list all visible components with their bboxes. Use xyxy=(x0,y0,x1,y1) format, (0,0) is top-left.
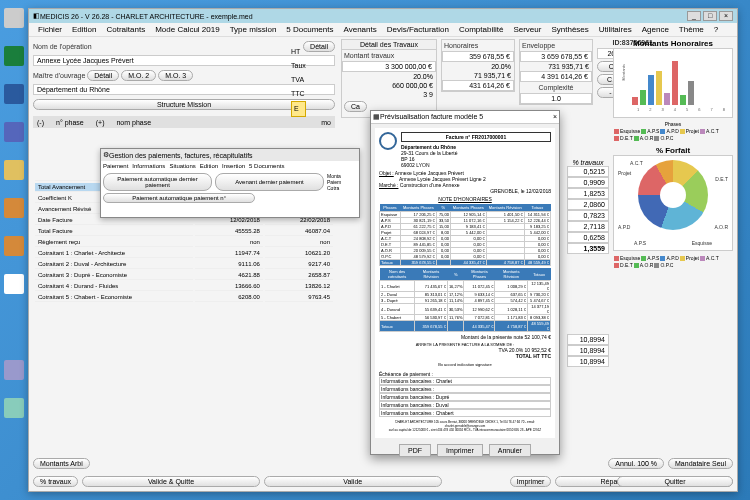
inv-imprimer-button[interactable]: Imprimer xyxy=(437,444,483,457)
maximize-button[interactable]: □ xyxy=(703,11,717,21)
structure-mission-button[interactable]: Structure Mission xyxy=(33,99,335,110)
menubar: Fichier Edition Cotraitants Mode Calcul … xyxy=(29,23,737,37)
menu-agence[interactable]: Agence xyxy=(637,23,674,36)
e-badge: E xyxy=(291,101,306,117)
payments-dialog: ⚙ Gestion des paiements, factures, récap… xyxy=(100,148,360,218)
charts-panel: Montants Honoraires Montants 12345678 Ph… xyxy=(613,39,733,269)
chart2-legend: Esquisse A.P.S A.P.D Projet A.C.T D.E.T … xyxy=(613,254,733,269)
phase-mo-label: mo xyxy=(321,119,331,126)
phase-plus[interactable]: (+) xyxy=(96,119,105,126)
menu-type-mission[interactable]: Type mission xyxy=(225,23,282,36)
honor-v3: 71 935,71 € xyxy=(442,71,514,80)
honor-header: Honoraires xyxy=(442,40,514,51)
avenant-dernier-button[interactable]: Avenant dernier paiement xyxy=(215,173,324,191)
desktop-icon[interactable] xyxy=(2,398,26,420)
env-v3: 4 391 614,26 € xyxy=(520,71,592,82)
menu-syntheses[interactable]: Synthèses xyxy=(546,23,593,36)
menu-fichier[interactable]: Fichier xyxy=(33,23,67,36)
close-button[interactable]: × xyxy=(719,11,733,21)
menu-mode-calcul[interactable]: Mode Calcul 2019 xyxy=(150,23,224,36)
menu-theme[interactable]: Thème xyxy=(674,23,709,36)
menu-compta[interactable]: Comptabilité xyxy=(454,23,508,36)
chart1-legend: Esquisse A.P.S A.P.D Projet A.C.T D.E.T … xyxy=(613,127,733,142)
menu-devis[interactable]: Devis/Facturation xyxy=(382,23,454,36)
quitter-button[interactable]: Quitter xyxy=(617,476,733,487)
desktop-icon[interactable] xyxy=(2,236,26,258)
payments-dialog-menu: Paiement Informations Situations Edition… xyxy=(101,161,359,171)
env-header: Enveloppe xyxy=(520,40,592,51)
company-logo-icon xyxy=(379,132,397,150)
dlg-menu-edition[interactable]: Edition xyxy=(200,163,218,169)
travaux-row3: 3 9 xyxy=(342,90,436,99)
complexite-value[interactable]: 1.0 xyxy=(520,93,592,104)
tva-label: TVA xyxy=(291,73,306,87)
row-label: Cotraitant 4 : Durand - Fluides xyxy=(35,282,193,291)
phase-num-label: n° phase xyxy=(56,119,84,126)
ht-label: HT xyxy=(291,45,306,59)
menu-edition[interactable]: Edition xyxy=(67,23,101,36)
taux-label: Taux xyxy=(291,59,306,73)
ttc-label: TTC xyxy=(291,87,306,101)
maitre-ouvrage-value[interactable]: Département du Rhône xyxy=(33,84,335,95)
y-axis: Montants xyxy=(616,51,630,105)
minimize-button[interactable]: _ xyxy=(687,11,701,21)
menu-avenants[interactable]: Avenants xyxy=(338,23,381,36)
invoice-phases-table: PhasesMontants Phases%Montants PhasesMon… xyxy=(379,204,551,266)
mo2-button[interactable]: M.O. 2 xyxy=(121,70,156,81)
valide-button[interactable]: Valide xyxy=(264,476,442,487)
phase-minus[interactable]: (-) xyxy=(37,119,44,126)
invoice-body: Facture n° FR2017000001 Département du R… xyxy=(375,128,555,438)
row-label: Cotraitant 2 : Duval - Architecture xyxy=(35,260,193,269)
desktop-icon[interactable] xyxy=(2,198,26,220)
annul-button[interactable]: Annul. 100 % xyxy=(608,458,664,469)
chart2-title: % Forfait xyxy=(613,146,733,155)
env-v1: 3 659 678,55 € xyxy=(520,51,592,62)
honor-v4: 431 614,26 € xyxy=(442,80,514,91)
dlg-menu-paiement[interactable]: Paiement xyxy=(103,163,128,169)
auto-paiement-n-button[interactable]: Paiement automatique paiement n° xyxy=(103,193,255,203)
montants-arbi-button[interactable]: Montants Arbi xyxy=(33,458,90,469)
inv-close-button[interactable]: × xyxy=(553,113,557,121)
desktop-icon[interactable] xyxy=(2,46,26,68)
cancel-button[interactable]: Ca xyxy=(344,101,367,112)
menu-utilitaires[interactable]: Utilitaires xyxy=(594,23,637,36)
nom-operation-value[interactable]: Annexe Lycée Jacques Prévert xyxy=(33,55,335,66)
dlg-menu-insertion[interactable]: Insertion xyxy=(222,163,245,169)
dlg-menu-info[interactable]: Informations xyxy=(132,163,165,169)
dlg-menu-situations[interactable]: Situations xyxy=(169,163,195,169)
desktop-icon[interactable] xyxy=(2,274,26,296)
row-label: Total Facture xyxy=(35,227,193,236)
desktop-icon[interactable] xyxy=(2,84,26,106)
montant-travaux-value[interactable]: 3 300 000,00 € xyxy=(342,61,436,72)
row-label: Cotraitant 1 : Charlet - Architecte xyxy=(35,249,193,258)
payments-dialog-title: Gestion des paiements, factures, récapit… xyxy=(109,152,253,159)
mo3-button[interactable]: M.O. 3 xyxy=(158,70,193,81)
pct-travaux-button[interactable]: % travaux xyxy=(33,476,78,487)
desktop-icon[interactable] xyxy=(2,8,26,30)
travaux-header: Détail des Travaux xyxy=(342,40,436,50)
menu-serveur[interactable]: Serveur xyxy=(508,23,546,36)
valide-quitte-button[interactable]: Valide & Quitte xyxy=(82,476,260,487)
bar-chart: Montants 12345678 xyxy=(613,48,733,118)
doc-icon: ▦ xyxy=(373,113,380,121)
menu-help[interactable]: ? xyxy=(709,23,723,36)
imprimer-button[interactable]: Imprimer xyxy=(510,476,552,487)
menu-documents[interactable]: 5 Documents xyxy=(281,23,338,36)
travaux-pct-col: % travaux 0,5215 0,9909 1,8253 2,0860 0,… xyxy=(567,159,609,367)
travaux-pct: 20.0% xyxy=(342,72,436,81)
detail-button[interactable]: Détail xyxy=(303,41,335,52)
mo-detail-button[interactable]: Détail xyxy=(87,70,119,81)
desktop-icon[interactable] xyxy=(2,160,26,182)
auto-dernier-button[interactable]: Paiement automatique dernier paiement xyxy=(103,173,212,191)
menu-cotraitants[interactable]: Cotraitants xyxy=(101,23,150,36)
mandataire-button[interactable]: Mandataire Seul xyxy=(668,458,733,469)
complexite-label: Complexité xyxy=(520,82,592,93)
inv-annuler-button[interactable]: Annuler xyxy=(489,444,531,457)
travaux-ttc: 660 000,00 € xyxy=(342,81,436,90)
pdf-button[interactable]: PDF xyxy=(399,444,431,457)
dlg-menu-docs[interactable]: 5 Documents xyxy=(249,163,284,169)
invoice-cotraitants-table: Nom des cotraitantsMontants Révision%Mon… xyxy=(379,268,551,332)
desktop-icon[interactable] xyxy=(2,360,26,382)
honor-v2: 20.0% xyxy=(442,62,514,71)
desktop-icon[interactable] xyxy=(2,122,26,144)
